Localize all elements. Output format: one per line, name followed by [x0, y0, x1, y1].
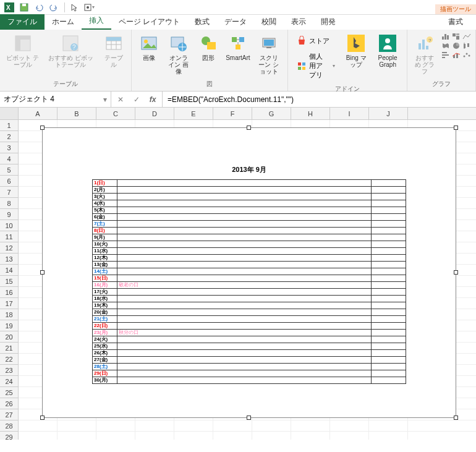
recommend-pivot-button[interactable]: ? おすすめ ピボットテーブル — [44, 32, 98, 69]
calendar-day: 12(木) — [93, 255, 117, 262]
cancel-formula-button[interactable]: ✕ — [115, 95, 126, 104]
column-header[interactable]: H — [291, 108, 330, 119]
resize-handle-mr[interactable] — [454, 270, 458, 275]
row-header[interactable]: 21 — [0, 343, 18, 354]
row-header[interactable]: 27 — [0, 409, 18, 420]
save-icon[interactable] — [17, 1, 31, 14]
row-header[interactable]: 4 — [0, 153, 18, 164]
bar-chart-icon[interactable] — [441, 51, 451, 59]
shapes-button[interactable]: 図形 — [195, 32, 222, 62]
column-header[interactable]: I — [330, 108, 369, 119]
row-header[interactable]: 22 — [0, 354, 18, 365]
resize-handle-br[interactable] — [454, 416, 458, 420]
tab-format[interactable]: 書式 — [441, 14, 470, 30]
row-header[interactable]: 28 — [0, 420, 18, 432]
row-header[interactable]: 10 — [0, 220, 18, 231]
tab-home[interactable]: ホーム — [45, 14, 82, 30]
fx-button[interactable]: fx — [147, 95, 158, 104]
stat-chart-icon[interactable] — [462, 41, 472, 50]
resize-handle-tl[interactable] — [40, 126, 45, 130]
tab-file[interactable]: ファイル — [0, 14, 45, 30]
screenshot-button[interactable]: スクリーン ショット — [254, 32, 284, 76]
name-box-dropdown-icon[interactable]: ▾ — [103, 95, 107, 104]
bing-maps-button[interactable]: Bing マップ — [342, 32, 370, 69]
enter-formula-button[interactable]: ✓ — [131, 95, 142, 104]
tab-review[interactable]: 校閲 — [254, 14, 284, 30]
column-header[interactable]: E — [174, 108, 213, 119]
tab-formulas[interactable]: 数式 — [187, 14, 217, 30]
svg-rect-39 — [426, 46, 428, 49]
row-header[interactable]: 24 — [0, 376, 18, 387]
row-header[interactable]: 23 — [0, 365, 18, 376]
column-header[interactable]: C — [96, 108, 135, 119]
pie-chart-icon[interactable] — [451, 41, 461, 50]
row-header[interactable]: 8 — [0, 198, 18, 209]
redo-icon[interactable] — [47, 1, 61, 14]
store-button[interactable]: ストア — [294, 35, 338, 47]
row-header[interactable]: 12 — [0, 242, 18, 254]
row-header[interactable]: 16 — [0, 287, 18, 298]
row-header[interactable]: 2 — [0, 131, 18, 142]
svg-text:?: ? — [72, 44, 76, 51]
name-box-input[interactable] — [4, 95, 103, 104]
cursor-icon[interactable] — [67, 1, 81, 14]
tab-page-layout[interactable]: ページ レイアウト — [111, 14, 187, 30]
resize-handle-tm[interactable] — [247, 126, 251, 130]
recommend-chart-button[interactable]: ? おすすめ グラフ — [411, 32, 438, 76]
row-header[interactable]: 9 — [0, 209, 18, 220]
resize-handle-bl[interactable] — [40, 416, 45, 420]
tab-data[interactable]: データ — [217, 14, 254, 30]
hierarchy-chart-icon[interactable] — [451, 32, 461, 41]
calendar-note — [117, 364, 372, 370]
touch-mode-icon[interactable]: ▾ — [82, 1, 96, 14]
name-box[interactable]: ▾ — [0, 92, 111, 107]
undo-icon[interactable] — [32, 1, 46, 14]
column-header[interactable]: G — [252, 108, 291, 119]
row-header[interactable]: 17 — [0, 298, 18, 309]
row-header[interactable]: 20 — [0, 331, 18, 343]
row-header[interactable]: 13 — [0, 254, 18, 265]
tab-view[interactable]: 表示 — [284, 14, 313, 30]
picture-button[interactable]: 画像 — [135, 32, 163, 62]
row-header[interactable]: 14 — [0, 265, 18, 276]
row-header[interactable]: 18 — [0, 309, 18, 320]
column-header[interactable]: B — [57, 108, 96, 119]
row-header[interactable]: 5 — [0, 164, 18, 176]
cells-area[interactable]: 2013年 9月 1(日)2(月)3(火)4(水)5(木)6(金)7(土)8(日… — [19, 120, 476, 440]
tab-insert[interactable]: 挿入 — [82, 13, 111, 30]
column-header[interactable]: F — [213, 108, 252, 119]
resize-handle-bm[interactable] — [247, 416, 251, 420]
select-all-corner[interactable] — [0, 108, 19, 119]
column-header[interactable]: A — [19, 108, 57, 119]
embedded-pdf-object[interactable]: 2013年 9月 1(日)2(月)3(火)4(水)5(木)6(金)7(土)8(日… — [42, 127, 456, 418]
column-chart-icon[interactable] — [441, 32, 451, 41]
row-header[interactable]: 29 — [0, 432, 18, 440]
tab-developer[interactable]: 開発 — [313, 14, 343, 30]
row-header[interactable]: 1 — [0, 120, 18, 131]
map-chart-icon[interactable] — [441, 41, 451, 50]
row-header[interactable]: 11 — [0, 231, 18, 242]
row-header[interactable]: 3 — [0, 142, 18, 153]
resize-handle-tr[interactable] — [454, 126, 458, 130]
row-header[interactable]: 26 — [0, 398, 18, 409]
combo-chart-icon[interactable] — [451, 51, 461, 59]
row-header[interactable]: 6 — [0, 176, 18, 187]
row-header[interactable]: 25 — [0, 387, 18, 398]
my-apps-button[interactable]: 個人用アプリ▾ — [294, 51, 338, 81]
column-header[interactable]: D — [135, 108, 174, 119]
smartart-button[interactable]: SmartArt — [224, 32, 252, 62]
scatter-chart-icon[interactable] — [462, 51, 472, 59]
row-header[interactable]: 7 — [0, 187, 18, 198]
line-chart-icon[interactable] — [462, 32, 472, 41]
table-button[interactable]: テーブル — [100, 32, 127, 69]
row-header[interactable]: 15 — [0, 276, 18, 287]
formula-input[interactable]: =EMBED("AcroExch.Document.11","") — [163, 95, 476, 104]
online-picture-button[interactable]: オンライン 画像 — [165, 32, 192, 76]
ribbon-group-illustrations: 画像 オンライン 画像 図形 SmartArt スクリーン ショット 図 — [132, 30, 288, 91]
column-header[interactable]: J — [369, 108, 408, 119]
people-graph-button[interactable]: People Graph — [372, 32, 403, 69]
excel-icon[interactable]: X — [2, 1, 16, 14]
resize-handle-ml[interactable] — [40, 270, 45, 275]
row-header[interactable]: 19 — [0, 320, 18, 331]
pivot-table-button[interactable]: ピボット テーブル — [4, 32, 41, 69]
